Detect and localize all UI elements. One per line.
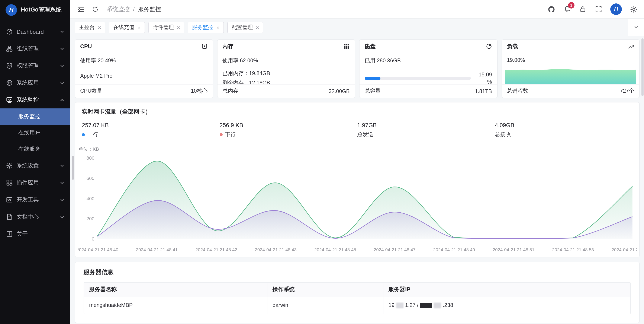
sidebar-item-dashboard[interactable]: Dashboard <box>0 23 70 40</box>
svg-text:400: 400 <box>86 196 94 201</box>
monitor-icon <box>6 97 13 103</box>
sidebar-item-system-settings[interactable]: 系统设置 <box>0 157 70 174</box>
sidebar-item-about[interactable]: 关于 <box>0 225 70 242</box>
chevron-down-icon <box>60 180 64 185</box>
shield-check-icon <box>6 62 13 69</box>
main-area: 系统监控 / 服务监控 1 H 主控台 × <box>70 0 644 324</box>
ip-fragment: 19 <box>388 302 394 308</box>
app-logo[interactable]: H HotGo管理系统 <box>0 0 70 20</box>
disk-progress: 15.09 % <box>365 71 492 84</box>
memory-card: 内存 使用率 62.00% 已用内存：19.84GB 剩余内存：12.16GB … <box>217 39 355 98</box>
sidebar-subitem-service-monitor[interactable]: 服务监控 <box>0 108 70 125</box>
sidebar-item-system-monitor[interactable]: 系统监控 <box>0 91 70 108</box>
sidebar-subitem-online-users[interactable]: 在线用户 <box>0 125 70 141</box>
fullscreen-icon[interactable] <box>594 5 603 13</box>
memory-footer-label: 总内存 <box>222 88 238 95</box>
svg-text:2024-04-21 21:48:43: 2024-04-21 21:48:43 <box>255 247 296 252</box>
tab-close-icon[interactable]: × <box>256 25 259 30</box>
gear-icon <box>6 162 13 169</box>
load-card: 负载 19.00% 总进程数 727个 <box>501 39 640 98</box>
tab-close-icon[interactable]: × <box>98 25 101 30</box>
redacted-ip-segment <box>434 302 441 308</box>
sidebar-item-label: 组织管理 <box>17 45 39 53</box>
chevron-down-icon <box>60 81 64 85</box>
chevron-down-icon <box>60 46 64 51</box>
svg-text:800: 800 <box>86 155 94 161</box>
redacted-ip-segment <box>396 302 404 308</box>
sidebar-scrollbar-thumb[interactable] <box>72 156 74 180</box>
page-content: CPU 使用率 20.49% Apple M2 Pro CPU数量 10核心 内… <box>70 36 644 324</box>
trend-icon <box>628 43 634 50</box>
load-card-title: 负载 <box>507 43 518 50</box>
sidebar-item-organization[interactable]: 组织管理 <box>0 40 70 57</box>
tab-service-monitor[interactable]: 服务监控 × <box>188 22 224 33</box>
sidebar-nav: Dashboard 组织管理 权限管理 系统应用 系统监控 <box>0 20 70 242</box>
sidebar-item-system-apps[interactable]: 系统应用 <box>0 74 70 91</box>
col-os: 操作系统 <box>268 282 384 296</box>
tab-online-recharge[interactable]: 在线充值 × <box>109 22 145 33</box>
tab-close-icon[interactable]: × <box>137 25 140 30</box>
sidebar-subitem-online-services[interactable]: 在线服务 <box>0 141 70 157</box>
menu-collapse-icon[interactable] <box>77 5 85 13</box>
tab-close-icon[interactable]: × <box>216 25 220 30</box>
sidebar-item-docs[interactable]: 文档中心 <box>0 208 70 225</box>
globe-icon <box>6 79 13 86</box>
sidebar-item-dev-tools[interactable]: 开发工具 <box>0 191 70 208</box>
traffic-sent-value: 1.97GB <box>357 122 495 129</box>
sidebar-item-label: 系统设置 <box>17 162 39 169</box>
sidebar-subitem-label: 在线用户 <box>18 129 40 137</box>
gear-icon[interactable] <box>630 5 638 13</box>
col-server-name: 服务器名称 <box>84 282 268 296</box>
traffic-up-label: 上行 <box>88 131 98 138</box>
memory-usage: 使用率 62.00% <box>222 57 350 65</box>
svg-text:2024-04-21 21:48:55: 2024-04-21 21:48:55 <box>612 247 637 252</box>
topbar-actions: 1 H <box>547 4 638 15</box>
tab-options-button[interactable] <box>628 19 644 36</box>
bell-icon[interactable]: 1 <box>563 5 571 13</box>
disk-card-title: 磁盘 <box>365 43 376 50</box>
app-title: HotGo管理系统 <box>21 6 62 14</box>
traffic-stat-up: 257.07 KB 上行 <box>82 122 220 138</box>
svg-text:2024-04-21 21:48:42: 2024-04-21 21:48:42 <box>195 247 237 252</box>
ip-fragment: 1.27 / <box>405 302 418 308</box>
github-icon[interactable] <box>547 5 555 13</box>
lock-icon[interactable] <box>579 5 587 13</box>
cpu-footer-label: CPU数量 <box>80 88 102 95</box>
tab-config[interactable]: 配置管理 × <box>227 22 263 33</box>
document-icon <box>6 213 13 220</box>
breadcrumb-parent[interactable]: 系统监控 <box>106 5 130 13</box>
sidebar-item-permissions[interactable]: 权限管理 <box>0 57 70 74</box>
disk-pie-icon <box>486 43 492 50</box>
load-percent: 19.00% <box>505 57 636 63</box>
app-window: H HotGo管理系统 Dashboard 组织管理 权限管理 系统应用 <box>0 0 644 324</box>
traffic-stat-down: 256.9 KB 下行 <box>220 122 358 138</box>
svg-text:2024-04-21 21:48:45: 2024-04-21 21:48:45 <box>314 247 356 252</box>
refresh-icon[interactable] <box>91 5 99 13</box>
cpu-usage: 使用率 20.49% <box>80 57 208 65</box>
traffic-sent-label: 总发送 <box>357 131 373 138</box>
notification-badge: 1 <box>568 2 574 9</box>
server-info-title: 服务器信息 <box>84 268 631 276</box>
tab-label: 配置管理 <box>232 24 253 31</box>
chevron-down-icon <box>60 63 64 68</box>
down-series-dot <box>220 133 223 136</box>
tab-console[interactable]: 主控台 × <box>75 22 105 33</box>
sidebar-item-label: 开发工具 <box>17 196 39 204</box>
tab-attachments[interactable]: 附件管理 × <box>148 22 184 33</box>
disk-progress-track <box>365 77 471 80</box>
memory-grid-icon <box>343 43 350 50</box>
traffic-card-title: 实时网卡流量（全部网卡） <box>75 102 639 116</box>
server-info-card: 服务器信息 服务器名称 操作系统 服务器IP mengshuaideMBP da… <box>75 261 640 323</box>
cpu-icon <box>201 43 208 50</box>
sidebar-item-label: 系统应用 <box>17 79 39 87</box>
code-icon <box>6 196 13 203</box>
breadcrumb-separator: / <box>133 6 135 12</box>
load-footer-value: 727个 <box>620 88 634 95</box>
table-header-row: 服务器名称 操作系统 服务器IP <box>84 282 630 296</box>
chevron-down-icon <box>60 29 64 34</box>
page-scrollbar-thumb[interactable] <box>642 39 644 96</box>
tab-close-icon[interactable]: × <box>177 25 180 30</box>
user-avatar[interactable]: H <box>610 4 622 15</box>
sidebar-item-plugins[interactable]: 插件应用 <box>0 174 70 191</box>
traffic-up-value: 257.07 KB <box>82 122 220 129</box>
